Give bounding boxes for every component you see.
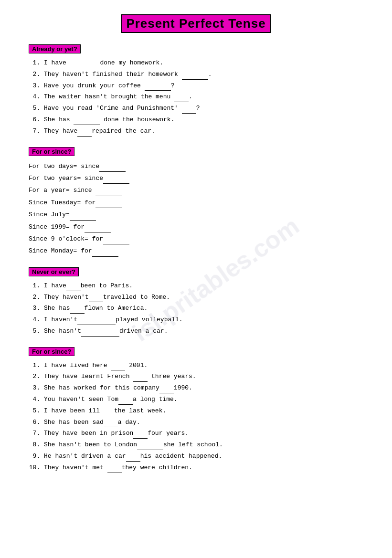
section-label-already-or-yet: Already or yet? xyxy=(29,44,81,53)
list-item: They haven't met they were children. xyxy=(44,463,363,473)
blank xyxy=(104,421,118,427)
blank xyxy=(133,432,148,439)
never-or-ever-list: I havebeen to Paris. They haven'ttravell… xyxy=(29,281,363,337)
list-item: The waiter hasn't brought the menu . xyxy=(44,92,363,102)
blank xyxy=(89,295,103,302)
section-label-for-or-since-2: For or since? xyxy=(29,347,74,356)
list-item: For two days= since xyxy=(29,161,363,172)
list-item: He hasn't driven a carhis accident happe… xyxy=(44,452,363,462)
list-item: I haven'tplayed volleyball. xyxy=(44,315,363,325)
list-item: She hasflown to America. xyxy=(44,304,363,314)
list-item: Have you drunk your coffee ? xyxy=(44,81,363,91)
blank xyxy=(103,177,129,184)
already-or-yet-list: I have done my homework. They haven't fi… xyxy=(29,58,363,137)
list-item: You haven't seen Toma long time. xyxy=(44,395,363,405)
section-never-or-ever: Never or ever? I havebeen to Paris. They… xyxy=(29,267,363,337)
list-item: Since Tuesday= for xyxy=(29,197,363,208)
list-item: They haverepaired the car. xyxy=(44,126,363,137)
list-item: I have been illthe last week. xyxy=(44,406,363,416)
list-item: For two years= since xyxy=(29,173,363,184)
blank xyxy=(77,130,92,137)
section-label-never-or-ever: Never or ever? xyxy=(29,267,79,276)
list-item: Since Monday= for xyxy=(29,245,363,256)
for-since-block: For two days= since For two years= since… xyxy=(29,161,363,257)
list-item: For a year= since xyxy=(29,185,363,196)
list-item: They haven't finished their homework . xyxy=(44,70,363,80)
list-item: She has been sada day. xyxy=(44,418,363,428)
blank xyxy=(95,190,122,196)
list-item: Have you read 'Crime and Punishment' ? xyxy=(44,104,363,114)
list-item: They have learnt French three years. xyxy=(44,372,363,382)
list-item: She has done the housework. xyxy=(44,115,363,125)
blank xyxy=(70,62,96,68)
section-for-or-since-2: For or since? I have lived here 2001. Th… xyxy=(29,347,363,473)
blank xyxy=(99,165,126,172)
list-item: Since 9 o'clock= for xyxy=(29,233,363,244)
list-item: I have lived here 2001. xyxy=(44,361,363,371)
blank xyxy=(70,307,85,314)
blank xyxy=(126,455,140,462)
blank xyxy=(92,250,118,257)
list-item: Since 1999= for xyxy=(29,221,363,232)
blank xyxy=(137,443,163,450)
list-item: They haven'ttravelled to Rome. xyxy=(44,293,363,303)
section-for-or-since-1: For or since? For two days= since For tw… xyxy=(29,147,363,257)
blank xyxy=(85,226,111,232)
for-or-since-2-list: I have lived here 2001. They have learnt… xyxy=(29,361,363,473)
blank xyxy=(81,330,119,337)
blank xyxy=(118,398,133,405)
blank xyxy=(182,73,208,80)
blank xyxy=(159,387,174,393)
list-item: I havebeen to Paris. xyxy=(44,281,363,291)
list-item: She hasn't been to Londonshe left school… xyxy=(44,440,363,450)
blank xyxy=(95,201,122,208)
list-item: She hasn'tdriven a car. xyxy=(44,326,363,337)
blank xyxy=(103,238,129,244)
blank xyxy=(111,364,125,370)
list-item: They have been in prisonfour years. xyxy=(44,429,363,439)
blank xyxy=(107,466,122,473)
blank xyxy=(66,284,81,291)
blank xyxy=(174,95,189,102)
blank xyxy=(74,118,100,125)
section-already-or-yet: Already or yet? I have done my homework.… xyxy=(29,44,363,137)
list-item: I have done my homework. xyxy=(44,58,363,68)
blank xyxy=(77,318,116,325)
list-item: Since July= xyxy=(29,209,363,220)
blank xyxy=(100,410,114,416)
blank xyxy=(182,107,196,114)
blank xyxy=(133,375,148,382)
page-title: Present Perfect Tense xyxy=(29,14,363,33)
blank xyxy=(145,84,171,91)
section-label-for-or-since-1: For or since? xyxy=(29,147,74,156)
blank xyxy=(70,214,96,221)
list-item: She has worked for this company1990. xyxy=(44,383,363,393)
